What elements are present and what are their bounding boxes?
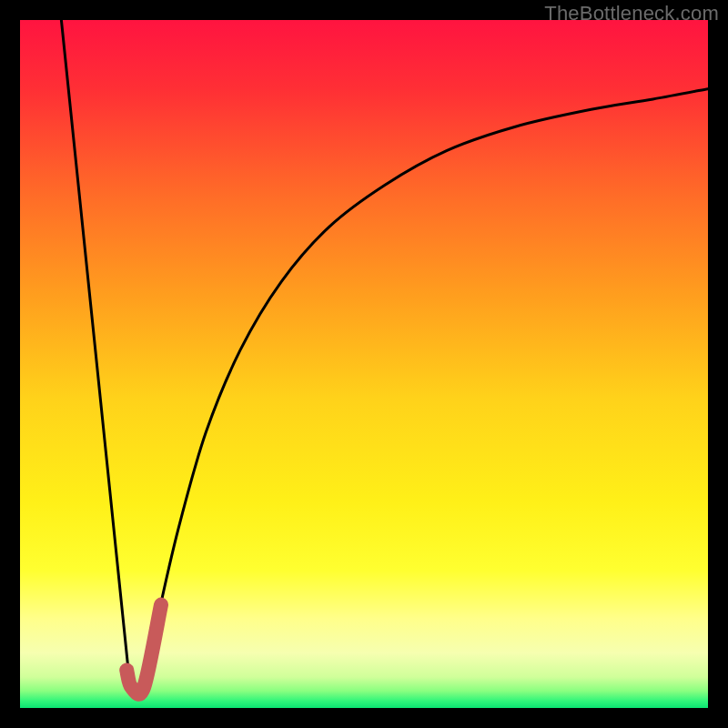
watermark-text: TheBottleneck.com — [544, 2, 719, 25]
right-rising-curve — [144, 89, 708, 688]
plot-area — [20, 20, 708, 708]
chart-frame: TheBottleneck.com — [0, 0, 728, 728]
left-falling-line — [61, 20, 130, 687]
accent-j-stroke — [126, 605, 161, 694]
curves-layer — [20, 20, 708, 708]
